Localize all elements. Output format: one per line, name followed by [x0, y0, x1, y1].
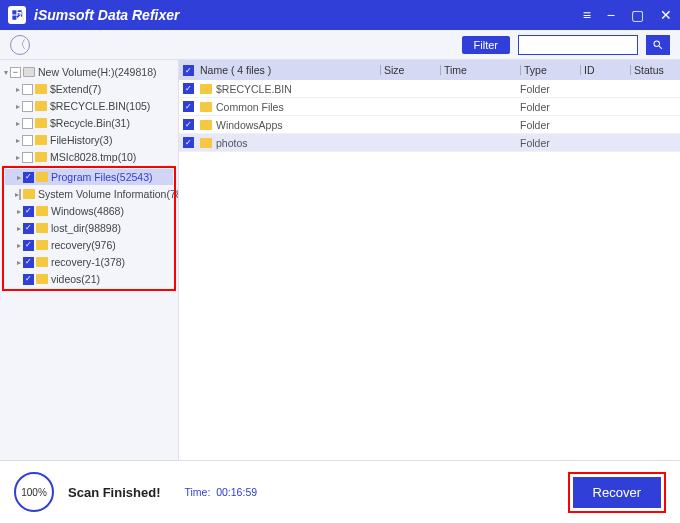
- folder-icon: [36, 257, 48, 267]
- folder-icon: [200, 102, 212, 112]
- folder-icon: [200, 84, 212, 94]
- col-type[interactable]: Type: [520, 64, 580, 76]
- col-size[interactable]: Size: [380, 64, 440, 76]
- close-icon[interactable]: ✕: [660, 7, 672, 23]
- col-id[interactable]: ID: [580, 64, 630, 76]
- checkbox[interactable]: [23, 274, 34, 285]
- folder-icon: [200, 138, 212, 148]
- file-row[interactable]: WindowsApps Folder: [179, 116, 680, 134]
- app-icon: [8, 6, 26, 24]
- tree-item[interactable]: ▸ $Extend(7): [2, 81, 176, 97]
- folder-icon: [23, 189, 35, 199]
- checkbox[interactable]: [22, 101, 33, 112]
- minimize-icon[interactable]: −: [607, 7, 615, 23]
- footer: 100% Scan Finished! Time: 00:16:59 Recov…: [0, 460, 680, 523]
- file-list-header: Name ( 4 files ) Size Time Type ID Statu…: [179, 60, 680, 80]
- toolbar: 〈 Filter: [0, 30, 680, 60]
- file-row[interactable]: photos Folder: [179, 134, 680, 152]
- folder-icon: [36, 172, 48, 182]
- tree-item[interactable]: ▸ recovery(976): [5, 237, 173, 253]
- tree-item[interactable]: ▸ recovery-1(378): [5, 254, 173, 270]
- tree-item[interactable]: ▸ lost_dir(98898): [5, 220, 173, 236]
- tree-root[interactable]: ▾ New Volume(H:)(249818): [2, 64, 176, 80]
- folder-icon: [35, 152, 47, 162]
- tree-item[interactable]: ▸ FileHistory(3): [2, 132, 176, 148]
- folder-icon: [36, 274, 48, 284]
- col-time[interactable]: Time: [440, 64, 520, 76]
- tree-item[interactable]: ▸ $RECYCLE.BIN(105): [2, 98, 176, 114]
- scan-time: Time: 00:16:59: [184, 486, 257, 498]
- scan-status: Scan Finished!: [68, 485, 160, 500]
- checkbox[interactable]: [19, 189, 21, 200]
- checkbox[interactable]: [183, 101, 194, 112]
- drive-icon: [23, 67, 35, 77]
- content: ▾ New Volume(H:)(249818) ▸ $Extend(7) ▸ …: [0, 60, 680, 460]
- folder-tree: ▾ New Volume(H:)(249818) ▸ $Extend(7) ▸ …: [0, 60, 179, 460]
- tree-item[interactable]: ▸ MSIc8028.tmp(10): [2, 149, 176, 165]
- folder-icon: [35, 84, 47, 94]
- checkbox[interactable]: [23, 172, 34, 183]
- maximize-icon[interactable]: ▢: [631, 7, 644, 23]
- file-row[interactable]: $RECYCLE.BIN Folder: [179, 80, 680, 98]
- filter-button[interactable]: Filter: [462, 36, 510, 54]
- menu-icon[interactable]: ≡: [583, 7, 591, 23]
- progress-indicator: 100%: [14, 472, 54, 512]
- checkbox[interactable]: [22, 152, 33, 163]
- back-button[interactable]: 〈: [10, 35, 30, 55]
- select-all-checkbox[interactable]: [183, 65, 194, 76]
- app-title: iSumsoft Data Refixer: [34, 7, 583, 23]
- title-bar: iSumsoft Data Refixer ≡ − ▢ ✕: [0, 0, 680, 30]
- highlighted-folders: ▸ Program Files(52543) ▸ System Volume I…: [2, 166, 176, 291]
- checkbox[interactable]: [23, 240, 34, 251]
- tree-item[interactable]: ▸ Program Files(52543): [5, 169, 173, 185]
- checkbox[interactable]: [183, 83, 194, 94]
- folder-icon: [35, 135, 47, 145]
- col-name[interactable]: Name ( 4 files ): [200, 64, 380, 76]
- search-input[interactable]: [518, 35, 638, 55]
- search-icon: [652, 39, 664, 51]
- tree-item[interactable]: ▸ Windows(4868): [5, 203, 173, 219]
- checkbox[interactable]: [23, 223, 34, 234]
- checkbox[interactable]: [183, 137, 194, 148]
- search-button[interactable]: [646, 35, 670, 55]
- file-row[interactable]: Common Files Folder: [179, 98, 680, 116]
- checkbox[interactable]: [23, 257, 34, 268]
- checkbox[interactable]: [22, 118, 33, 129]
- checkbox[interactable]: [22, 84, 33, 95]
- folder-icon: [35, 118, 47, 128]
- col-status[interactable]: Status: [630, 64, 680, 76]
- checkbox[interactable]: [10, 67, 21, 78]
- file-list: Name ( 4 files ) Size Time Type ID Statu…: [179, 60, 680, 460]
- tree-item[interactable]: videos(21): [5, 271, 173, 287]
- tree-item[interactable]: ▸ $Recycle.Bin(31): [2, 115, 176, 131]
- folder-icon: [36, 223, 48, 233]
- recover-button[interactable]: Recover: [573, 477, 661, 508]
- folder-icon: [36, 240, 48, 250]
- checkbox[interactable]: [183, 119, 194, 130]
- folder-icon: [35, 101, 47, 111]
- tree-item[interactable]: ▸ System Volume Information(78): [5, 186, 173, 202]
- folder-icon: [36, 206, 48, 216]
- checkbox[interactable]: [22, 135, 33, 146]
- recover-highlight: Recover: [568, 472, 666, 513]
- window-controls: ≡ − ▢ ✕: [583, 7, 672, 23]
- folder-icon: [200, 120, 212, 130]
- checkbox[interactable]: [23, 206, 34, 217]
